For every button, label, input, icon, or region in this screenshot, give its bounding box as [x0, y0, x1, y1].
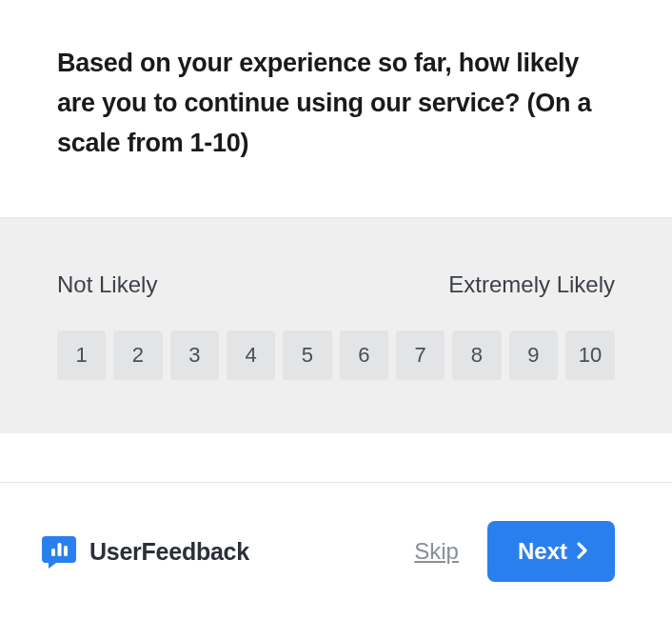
skip-button[interactable]: Skip	[414, 538, 459, 565]
chevron-right-icon	[577, 538, 588, 565]
rating-button-5[interactable]: 5	[283, 330, 331, 380]
question-section: Based on your experience so far, how lik…	[0, 0, 672, 217]
rating-button-4[interactable]: 4	[227, 330, 275, 380]
rating-button-3[interactable]: 3	[170, 330, 219, 380]
svg-rect-0	[51, 549, 55, 556]
brand: UserFeedback	[40, 532, 249, 570]
rating-high-label: Extremely Likely	[448, 271, 615, 298]
rating-button-1[interactable]: 1	[57, 330, 106, 380]
rating-button-7[interactable]: 7	[396, 330, 445, 380]
chat-bars-icon	[40, 532, 78, 570]
svg-rect-2	[64, 546, 68, 556]
rating-button-10[interactable]: 10	[565, 330, 615, 380]
rating-labels: Not Likely Extremely Likely	[57, 271, 615, 298]
rating-section: Not Likely Extremely Likely 1 2 3 4 5 6 …	[0, 217, 672, 433]
rating-button-6[interactable]: 6	[340, 330, 388, 380]
next-button[interactable]: Next	[487, 521, 615, 582]
rating-low-label: Not Likely	[57, 271, 157, 298]
footer-actions: Skip Next	[414, 521, 615, 582]
footer-section: UserFeedback Skip Next	[0, 482, 672, 620]
svg-rect-1	[58, 543, 62, 556]
rating-button-9[interactable]: 9	[509, 330, 558, 380]
brand-name: UserFeedback	[89, 538, 249, 566]
question-text: Based on your experience so far, how lik…	[57, 44, 615, 164]
next-button-label: Next	[518, 538, 567, 565]
rating-button-8[interactable]: 8	[452, 330, 501, 380]
rating-button-2[interactable]: 2	[113, 330, 162, 380]
rating-buttons-row: 1 2 3 4 5 6 7 8 9 10	[57, 330, 615, 380]
